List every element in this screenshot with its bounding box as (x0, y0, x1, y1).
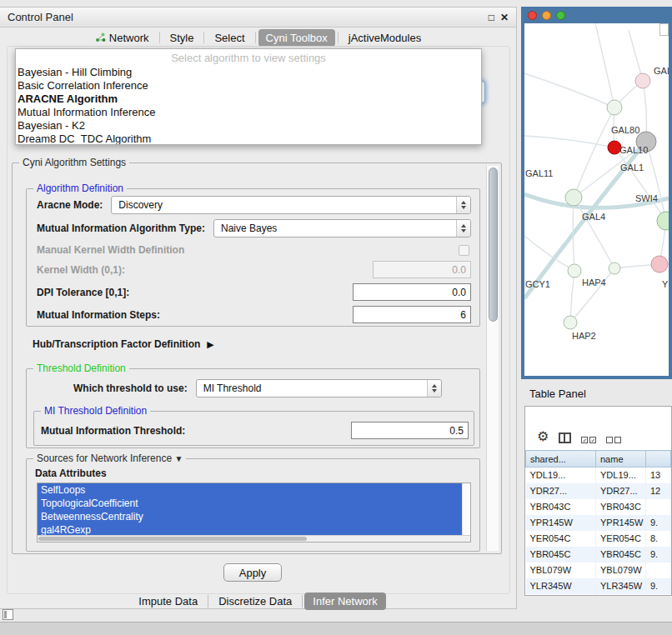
data-attribute-item[interactable]: SelfLoops (38, 483, 462, 497)
tab-impute-data[interactable]: Impute Data (130, 592, 206, 610)
table-row[interactable]: YDL19...YDL19...13 (526, 468, 671, 483)
table-cell[interactable]: 8. (646, 531, 671, 547)
tab-jactivemodules[interactable]: jActiveModules (341, 29, 429, 47)
algorithm-option-bayesian-k2[interactable]: Bayesian - K2 (16, 119, 481, 132)
table-row[interactable]: YDR27...YDR27...12 (526, 483, 671, 499)
network-edge[interactable] (524, 73, 614, 108)
minimize-window-icon[interactable] (542, 11, 551, 20)
network-node[interactable] (609, 262, 620, 274)
table-cell[interactable]: YBL079W (596, 562, 646, 578)
mi-type-select[interactable]: Naive Bayes (213, 219, 471, 238)
table-cell[interactable]: YER054C (596, 531, 646, 547)
tab-infer-network[interactable]: Infer Network (304, 592, 385, 610)
table-cell[interactable]: 9. (646, 578, 671, 594)
sources-group-title[interactable]: Sources for Network Inference ▼ (33, 452, 186, 464)
table-row[interactable]: YLR345WYLR345W9. (526, 578, 671, 594)
manual-kernel-checkbox[interactable] (459, 245, 469, 256)
collapse-arrow-icon[interactable]: ▼ (174, 454, 183, 463)
network-canvas-area[interactable]: GALGAL80GAL10GAL11GAL1SWI4GAL4GCY1HAP4YH… (524, 23, 669, 376)
table-cell[interactable]: YDL19... (526, 468, 596, 483)
table-row[interactable]: YBL079WYBL079W (526, 562, 671, 578)
table-settings-gear-icon[interactable]: ⚙ (537, 430, 549, 443)
tab-style[interactable]: Style (163, 29, 202, 47)
algorithm-option-mutual-information-inference[interactable]: Mutual Information Inference (16, 106, 481, 119)
network-edge[interactable] (595, 23, 614, 108)
mi-steps-field[interactable]: 6 (353, 306, 471, 323)
aracne-mode-select[interactable]: Discovery (111, 196, 471, 214)
tab-network[interactable]: Network (88, 29, 157, 47)
network-node[interactable] (657, 212, 669, 230)
column-header-2[interactable]: name (596, 451, 646, 468)
dpi-tolerance-field[interactable]: 0.0 (353, 283, 471, 301)
show-columns-icon[interactable] (559, 432, 571, 443)
column-header-3[interactable] (646, 451, 671, 468)
restore-panel-icon[interactable] (3, 609, 13, 620)
column-header-1[interactable]: shared... (526, 451, 596, 468)
expand-arrow-icon[interactable]: ▶ (207, 339, 213, 350)
tab-cyni-toolbox[interactable]: Cyni Toolbox (258, 29, 335, 47)
data-attributes-list[interactable]: SelfLoopsTopologicalCoefficientBetweenne… (37, 482, 471, 542)
table-cell[interactable]: YJL052W (596, 594, 646, 597)
table-cell[interactable]: YBL079W (526, 562, 596, 578)
table-row[interactable]: YJL052WYJL052W (526, 594, 671, 597)
table-cell[interactable]: YJL052W (526, 594, 596, 597)
algorithm-option-aracne-algorithm[interactable]: ARACNE Algorithm (16, 92, 481, 106)
network-node[interactable] (635, 73, 650, 88)
table-cell[interactable] (646, 594, 671, 597)
table-row[interactable]: YPR145WYPR145W9. (526, 515, 671, 531)
hscroll-thumb[interactable] (38, 537, 307, 541)
table-cell[interactable]: YDL19... (596, 468, 646, 483)
network-node[interactable] (607, 100, 622, 115)
zoom-window-icon[interactable] (556, 11, 565, 20)
table-cell[interactable]: YBR043C (526, 499, 596, 515)
network-edge[interactable] (524, 136, 614, 148)
table-row[interactable]: YBR045CYBR045C9. (526, 547, 671, 562)
tab-discretize-data[interactable]: Discretize Data (210, 592, 300, 610)
table-cell[interactable] (646, 562, 671, 578)
unselect-all-columns-icon[interactable] (606, 437, 621, 443)
table-cell[interactable]: YER054C (526, 531, 596, 547)
table-cell[interactable]: YPR145W (596, 515, 646, 531)
data-attribute-item[interactable]: TopologicalCoefficient (38, 497, 462, 510)
apply-button[interactable]: Apply (223, 563, 282, 582)
hub-definition-section[interactable]: Hub/Transcription Factor Definition ▶ (33, 338, 214, 350)
table-cell[interactable]: YBR045C (526, 547, 596, 562)
table-cell[interactable]: 12 (646, 483, 671, 499)
list-horizontal-scrollbar[interactable] (38, 535, 470, 542)
network-edge[interactable] (570, 271, 574, 322)
kernel-width-field[interactable]: 0.0 (373, 261, 471, 278)
table-cell[interactable]: YDR27... (596, 483, 646, 499)
close-window-icon[interactable] (528, 11, 537, 20)
table-cell[interactable]: YLR345W (526, 578, 596, 594)
data-attribute-item[interactable]: BetweennessCentrality (38, 510, 462, 523)
canvas-scrollbar-corner[interactable] (659, 23, 669, 36)
table-row[interactable]: YBR043CYBR043C (526, 499, 671, 515)
network-node[interactable] (568, 264, 581, 278)
network-edge[interactable] (574, 108, 614, 198)
table-cell[interactable]: YLR345W (596, 578, 646, 594)
table-cell[interactable]: YDR27... (526, 483, 596, 499)
table-row[interactable]: YER054CYER054C8. (526, 531, 671, 547)
table-cell[interactable]: 9. (646, 515, 671, 531)
table-cell[interactable] (646, 499, 671, 515)
close-panel-icon[interactable]: ✕ (500, 12, 509, 22)
network-node[interactable] (565, 189, 582, 206)
list-vertical-scrollbar[interactable] (462, 483, 470, 535)
algorithm-option-bayesian-hill-climbing[interactable]: Bayesian - Hill Climbing (16, 66, 481, 79)
table-cell[interactable]: YBR045C (596, 547, 646, 562)
table-cell[interactable]: YBR043C (596, 499, 646, 515)
table-cell[interactable]: 13 (646, 468, 671, 483)
which-threshold-select[interactable]: MI Threshold (196, 379, 442, 398)
tab-select[interactable]: Select (207, 29, 252, 47)
network-edge[interactable] (646, 142, 666, 221)
select-all-columns-icon[interactable] (581, 437, 596, 443)
table-cell[interactable]: YPR145W (526, 515, 596, 531)
settings-scrollbar-thumb[interactable] (489, 168, 498, 322)
mi-threshold-field[interactable]: 0.5 (351, 422, 469, 439)
table-cell[interactable]: 9. (646, 547, 671, 562)
algorithm-option-dream8-dc-tdc-algorithm[interactable]: Dream8 DC_TDC Algorithm (16, 132, 481, 145)
network-node[interactable] (651, 256, 668, 272)
algorithm-option-basic-correlation-inference[interactable]: Basic Correlation Inference (16, 79, 481, 92)
network-edge[interactable] (614, 148, 666, 221)
float-panel-icon[interactable]: □ (489, 12, 494, 22)
